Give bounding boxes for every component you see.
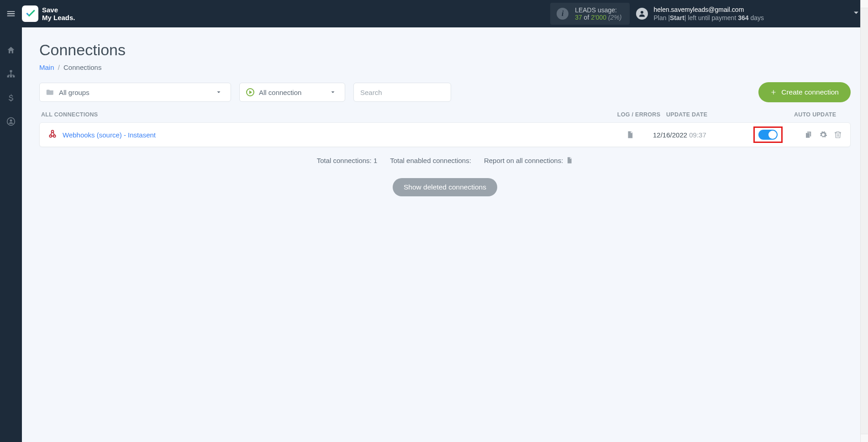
page-title: Connections [39, 41, 851, 59]
svg-rect-2 [7, 75, 9, 77]
svg-rect-3 [10, 75, 12, 77]
report-label: Report on all connections: [484, 157, 563, 164]
connection-filter-select[interactable]: All connection [239, 83, 345, 102]
usage-max: 2'000 [591, 14, 606, 21]
nav-connections[interactable] [5, 68, 16, 79]
hamburger-icon [6, 9, 16, 19]
account-chevron[interactable] [769, 8, 861, 19]
nav-billing[interactable] [5, 92, 16, 103]
usage-percent: (2%) [608, 14, 622, 21]
connection-filter-label: All connection [259, 89, 301, 96]
connection-name-link[interactable]: Webhooks (source) - Instasent [63, 131, 156, 139]
update-date: 12/16/2022 09:37 [653, 131, 744, 139]
column-name: ALL CONNECTIONS [41, 111, 611, 118]
webhook-icon [48, 129, 57, 140]
nav-home[interactable] [5, 45, 16, 56]
trash-icon[interactable] [834, 131, 842, 139]
plus-icon [770, 89, 777, 95]
usage-label: LEADS usage: [575, 6, 621, 14]
filters-row: All groups All connection Create connect… [39, 82, 851, 102]
auto-update-highlight [753, 126, 783, 143]
avatar [636, 8, 648, 20]
show-deleted-button[interactable]: Show deleted connections [393, 178, 497, 196]
table-header: ALL CONNECTIONS LOG / ERRORS UPDATE DATE… [39, 111, 851, 122]
checkmark-icon [24, 8, 36, 20]
app-logo [22, 5, 38, 22]
column-date: UPDATE DATE [666, 111, 748, 118]
menu-toggle-button[interactable] [0, 0, 22, 27]
home-icon [6, 46, 16, 55]
svg-rect-4 [13, 75, 15, 77]
app-name: Save My Leads. [42, 6, 75, 22]
create-connection-label: Create connection [781, 88, 839, 96]
chevron-down-icon [852, 8, 861, 17]
account-menu[interactable]: helen.savemyleads@gmail.com Plan |Start|… [636, 5, 861, 22]
log-file-icon[interactable] [626, 130, 634, 139]
create-connection-button[interactable]: Create connection [758, 82, 851, 102]
dollar-icon [6, 93, 16, 102]
sitemap-icon [6, 69, 16, 79]
status-play-icon [246, 88, 254, 96]
user-icon [638, 10, 646, 18]
breadcrumb: Main / Connections [39, 63, 851, 71]
account-plan: Plan |Start| left until payment 364 days [653, 14, 764, 22]
scrollbar[interactable] [860, 0, 868, 442]
total-connections: Total connections: 1 [317, 157, 378, 164]
svg-point-0 [641, 11, 643, 14]
svg-rect-1 [10, 70, 12, 72]
info-icon: i [557, 8, 568, 20]
svg-point-6 [10, 119, 12, 121]
user-circle-icon [6, 117, 16, 126]
folder-icon [46, 88, 54, 97]
search-input[interactable] [353, 83, 451, 102]
report-file-icon[interactable] [566, 156, 573, 164]
group-filter-label: All groups [59, 89, 89, 96]
group-filter-select[interactable]: All groups [39, 83, 231, 102]
table-row: Webhooks (source) - Instasent 12/16/2022… [39, 122, 851, 147]
leads-usage-box[interactable]: i LEADS usage: 37 of 2'000 (2%) [550, 3, 630, 25]
chevron-down-icon [330, 89, 336, 95]
column-log: LOG / ERRORS [611, 111, 666, 118]
usage-used: 37 [575, 14, 582, 21]
column-auto: AUTO UPDATE [748, 111, 849, 118]
top-bar: Save My Leads. i LEADS usage: 37 of 2'00… [0, 0, 868, 27]
chevron-down-icon [216, 89, 222, 95]
copy-icon[interactable] [805, 131, 813, 139]
breadcrumb-current: Connections [63, 63, 101, 71]
breadcrumb-main[interactable]: Main [39, 63, 54, 71]
footer-stats: Total connections: 1 Total enabled conne… [39, 156, 851, 164]
usage-of: of [584, 14, 589, 21]
main-content: Connections Main / Connections All group… [22, 27, 868, 210]
left-nav-rail [0, 27, 22, 442]
account-email: helen.savemyleads@gmail.com [653, 5, 764, 14]
nav-account[interactable] [5, 116, 16, 127]
total-enabled: Total enabled connections: [390, 157, 471, 164]
gear-icon[interactable] [819, 131, 827, 139]
auto-update-toggle[interactable] [758, 130, 778, 140]
